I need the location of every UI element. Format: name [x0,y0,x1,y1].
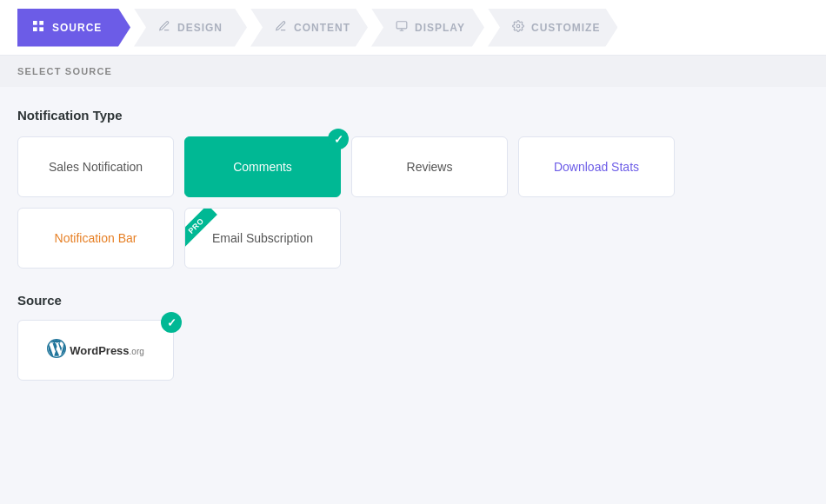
comments-check-badge: ✓ [328,129,349,149]
step-design-label: DESIGN [177,22,223,34]
notif-card-download-stats[interactable]: Download Stats [518,136,675,197]
wordpress-text: WordPress.org [70,344,144,357]
notif-card-notification-bar-label: Notification Bar [55,231,137,245]
step-source-label: SOURCE [52,22,102,34]
svg-rect-0 [33,21,37,25]
notif-card-sales-label: Sales Notification [49,160,143,174]
notif-card-comments-label: Comments [233,160,292,174]
source-icon [31,19,45,36]
notif-card-email-subscription-label: Email Subscription [212,231,313,245]
svg-point-7 [516,24,520,28]
svg-rect-4 [396,22,407,29]
notif-card-reviews-label: Reviews [407,160,453,174]
notif-card-comments[interactable]: ✓ Comments [184,136,341,197]
notification-type-grid: Sales Notification ✓ Comments Reviews Do… [17,136,809,269]
notif-card-email-subscription[interactable]: Email Subscription [184,208,341,269]
wordpress-name: WordPress [70,344,129,357]
notification-type-heading: Notification Type [17,108,809,123]
step-display[interactable]: DISPLAY [371,9,484,47]
notif-card-download-stats-label: Download Stats [554,160,639,174]
notif-card-sales[interactable]: Sales Notification [17,136,174,197]
section-header: SELECT SOURCE [0,56,826,87]
svg-rect-3 [39,27,43,31]
wordpress-suffix: .org [130,347,144,356]
wordpress-icon [47,339,66,362]
design-icon [158,20,170,35]
customize-icon [512,20,524,35]
svg-rect-1 [39,21,43,25]
steps-bar: SOURCE DESIGN CONTENT DISPLAY CUSTOMIZE [0,0,826,56]
step-content[interactable]: CONTENT [250,9,368,47]
display-icon [396,20,408,35]
source-card-wordpress[interactable]: ✓ WordPress.org [17,320,174,381]
step-content-label: CONTENT [294,22,350,34]
step-source[interactable]: SOURCE [17,9,130,47]
content-icon [275,20,287,35]
step-display-label: DISPLAY [415,22,465,34]
notif-card-notification-bar[interactable]: Notification Bar [17,208,174,269]
step-customize[interactable]: CUSTOMIZE [488,9,617,47]
notif-card-reviews[interactable]: Reviews [351,136,508,197]
wordpress-logo: WordPress.org [47,339,144,362]
source-check-badge: ✓ [161,312,182,333]
svg-rect-2 [33,27,37,31]
source-heading: Source [17,293,809,308]
step-customize-label: CUSTOMIZE [531,22,600,34]
main-content: SELECT SOURCE Notification Type Sales No… [0,56,826,398]
step-design[interactable]: DESIGN [134,9,247,47]
